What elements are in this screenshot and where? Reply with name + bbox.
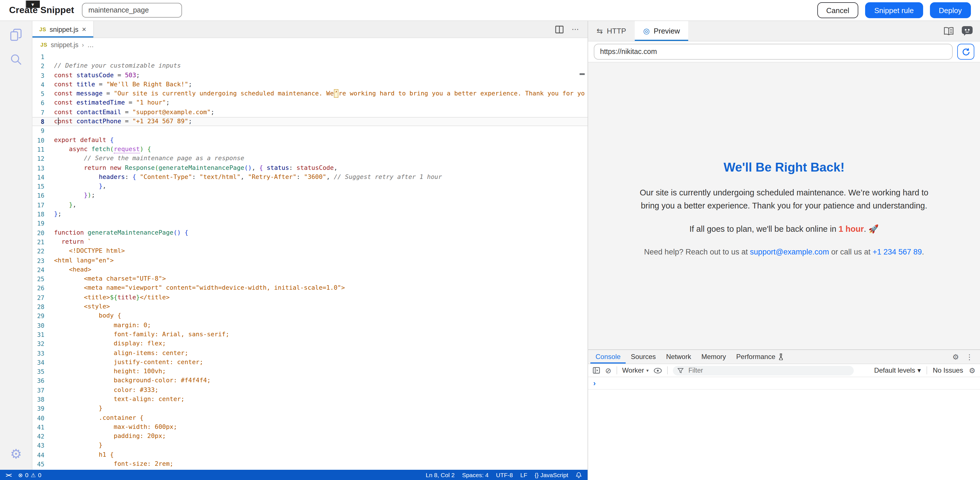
code-line-22[interactable]: 22 <!DOCTYPE html>: [32, 247, 587, 256]
filter-input[interactable]: [687, 366, 850, 374]
issues-counter[interactable]: No Issues: [933, 366, 963, 374]
code-line-39[interactable]: 39 }: [32, 404, 587, 413]
code-line-19[interactable]: 19: [32, 219, 587, 228]
search-icon[interactable]: [10, 53, 22, 65]
phone-link[interactable]: +1 234 567 89: [872, 248, 922, 256]
code-line-4[interactable]: 4const title = "We'll Be Right Back!";: [32, 80, 587, 89]
eol-setting[interactable]: LF: [520, 472, 528, 478]
tab-http[interactable]: ⇆ HTTP: [588, 21, 635, 41]
live-expression-eye-icon[interactable]: [654, 367, 662, 374]
code-line-30[interactable]: 30 margin: 0;: [32, 321, 587, 330]
code-line-13[interactable]: 13 return new Response(generateMaintenan…: [32, 163, 587, 173]
code-line-35[interactable]: 35 height: 100vh;: [32, 367, 587, 376]
code-line-33[interactable]: 33 align-items: center;: [32, 349, 587, 358]
tab-console[interactable]: Console: [590, 350, 626, 364]
log-levels-dropdown[interactable]: Default levels▾: [874, 366, 921, 374]
code-line-41[interactable]: 41 max-width: 600px;: [32, 423, 587, 432]
docs-book-icon[interactable]: [943, 27, 954, 35]
refresh-button[interactable]: [957, 44, 974, 60]
code-line-40[interactable]: 40 .container {: [32, 413, 587, 423]
code-line-36[interactable]: 36 background-color: #f4f4f4;: [32, 376, 587, 386]
code-lines[interactable]: 12// Define your customizable inputs3con…: [32, 51, 587, 470]
code-line-1[interactable]: 1: [32, 52, 587, 62]
line-number: 36: [32, 376, 45, 386]
code-line-27[interactable]: 27 <title>${title}</title>: [32, 293, 587, 302]
code-line-43[interactable]: 43 }: [32, 441, 587, 450]
remote-indicator-icon[interactable]: ><: [6, 472, 11, 478]
scrollbar-overview-mark[interactable]: [579, 73, 585, 75]
code-line-11[interactable]: 11 async fetch(request) {: [32, 145, 587, 154]
close-icon[interactable]: ×: [82, 25, 86, 33]
more-actions-icon[interactable]: ⋯: [572, 25, 579, 33]
code-line-26[interactable]: 26 <meta name="viewport" content="width=…: [32, 284, 587, 293]
preview-viewport: We'll Be Right Back! Our site is current…: [588, 62, 980, 349]
files-icon[interactable]: [10, 29, 22, 41]
code-line-8[interactable]: 8const contactPhone = "+1 234 567 89";: [32, 117, 587, 127]
code-line-9[interactable]: 9: [32, 127, 587, 136]
code-line-34[interactable]: 34 justify-content: center;: [32, 358, 587, 367]
console-prompt[interactable]: ›: [588, 377, 980, 390]
tab-performance[interactable]: Performance: [731, 350, 789, 364]
code-line-6[interactable]: 6const estimatedTime = "1 hour";: [32, 98, 587, 108]
code-line-28[interactable]: 28 <style>: [32, 302, 587, 312]
line-number: 22: [32, 247, 45, 256]
code-line-3[interactable]: 3const statusCode = 503;: [32, 71, 587, 80]
split-editor-icon[interactable]: [555, 25, 564, 33]
devtools-settings-gear-icon[interactable]: ⚙: [952, 353, 959, 360]
code-line-29[interactable]: 29 body {: [32, 312, 587, 321]
encoding-setting[interactable]: UTF-8: [496, 472, 513, 478]
breadcrumb[interactable]: JS snippet.js › …: [32, 38, 587, 51]
code-line-5[interactable]: 5const message = "Our site is currently …: [32, 89, 587, 98]
code-line-42[interactable]: 42 padding: 20px;: [32, 432, 587, 441]
code-line-12[interactable]: 12 // Serve the maintenance page as a re…: [32, 154, 587, 163]
code-line-2[interactable]: 2// Define your customizable inputs: [32, 62, 587, 71]
code-line-44[interactable]: 44 h1 {: [32, 450, 587, 460]
code-line-38[interactable]: 38 text-align: center;: [32, 395, 587, 404]
tab-sources[interactable]: Sources: [626, 350, 661, 364]
problems-indicator[interactable]: ⊗ 0 ⚠ 0: [18, 472, 41, 478]
tab-preview[interactable]: ◎ Preview: [635, 21, 689, 41]
line-number: 26: [32, 284, 45, 293]
code-line-10[interactable]: 10export default {: [32, 135, 587, 145]
code-line-31[interactable]: 31 font-family: Arial, sans-serif;: [32, 330, 587, 339]
line-number: 39: [32, 404, 45, 413]
code-line-20[interactable]: 20function generateMaintenancePage() {: [32, 228, 587, 238]
snippet-rule-button[interactable]: Snippet rule: [865, 2, 923, 18]
code-line-25[interactable]: 25 <meta charset="UTF-8">: [32, 274, 587, 284]
notifications-bell-icon[interactable]: [576, 472, 582, 478]
eta-suffix: . 🚀: [864, 224, 878, 233]
tab-network[interactable]: Network: [661, 350, 696, 364]
tab-memory[interactable]: Memory: [696, 350, 731, 364]
support-email-link[interactable]: support@example.com: [750, 248, 829, 256]
clear-console-icon[interactable]: ⊘: [605, 366, 611, 375]
console-settings-gear-icon[interactable]: ⚙: [969, 367, 975, 374]
indentation-setting[interactable]: Spaces: 4: [462, 472, 488, 478]
language-mode[interactable]: {} JavaScript: [535, 472, 568, 478]
top-bar: Create Snippet Cancel Snippet rule Deplo…: [0, 0, 980, 21]
snippet-name-input[interactable]: [82, 3, 182, 17]
code-line-32[interactable]: 32 display: flex;: [32, 339, 587, 349]
cursor-position[interactable]: Ln 8, Col 2: [426, 472, 455, 478]
swap-arrows-icon: ⇆: [597, 27, 603, 35]
kebab-menu-icon[interactable]: ⋮: [966, 352, 973, 361]
code-line-18[interactable]: 18};: [32, 210, 587, 219]
code-line-24[interactable]: 24 <head>: [32, 265, 587, 275]
cancel-button[interactable]: Cancel: [817, 2, 858, 18]
context-selector[interactable]: Worker▾: [622, 366, 649, 374]
console-sidebar-toggle-icon[interactable]: [593, 367, 600, 374]
tab-snippet-js[interactable]: JS snippet.js ×: [32, 21, 94, 38]
settings-gear-icon[interactable]: ⚙: [10, 448, 22, 461]
code-line-14[interactable]: 14 headers: { "Content-Type": "text/html…: [32, 173, 587, 182]
line-number: 13: [32, 163, 45, 173]
code-line-45[interactable]: 45 font-size: 2rem;: [32, 459, 587, 469]
code-line-37[interactable]: 37 color: #333;: [32, 385, 587, 395]
code-line-21[interactable]: 21 return `: [32, 238, 587, 247]
code-line-7[interactable]: 7const contactEmail = "support@example.c…: [32, 108, 587, 117]
url-input[interactable]: [594, 44, 953, 60]
code-line-17[interactable]: 17 },: [32, 201, 587, 210]
discord-icon[interactable]: [962, 26, 973, 36]
code-line-23[interactable]: 23<html lang="en">: [32, 256, 587, 265]
code-line-16[interactable]: 16 });: [32, 191, 587, 201]
deploy-button[interactable]: Deploy: [930, 2, 971, 18]
code-line-15[interactable]: 15 },: [32, 182, 587, 191]
